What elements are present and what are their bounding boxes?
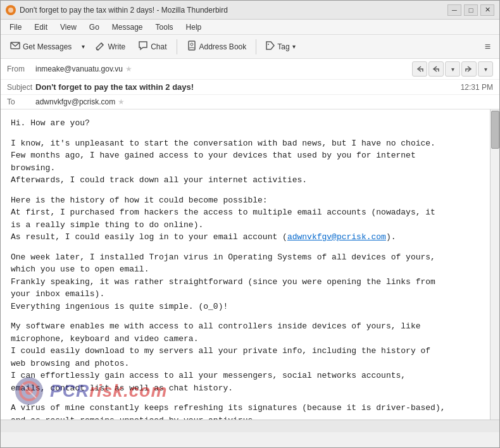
body-paragraph-5: My software enables me with access to al… [11, 320, 487, 394]
body-paragraph-1: Hi. How are you? [11, 117, 487, 130]
nav-buttons: ▾ ▾ [412, 61, 493, 77]
subject-row: Subject Don't forget to pay the tax with… [1, 80, 499, 95]
scrollbar-thumb[interactable] [491, 111, 499, 149]
maximize-button[interactable]: □ [464, 4, 478, 16]
from-row: From inmeake@vanuatu.gov.vu ★ ▾ [1, 59, 499, 80]
get-messages-button[interactable]: Get Messages [4, 38, 77, 55]
to-address: adwnvkfgv@pcrisk.com [35, 97, 115, 106]
from-address: inmeake@vanuatu.gov.vu [35, 65, 123, 73]
get-messages-dropdown[interactable]: ▾ [78, 40, 88, 53]
chat-label: Chat [151, 42, 166, 51]
body-paragraph-6: A virus of mine constantly keeps refresh… [11, 402, 487, 420]
body-paragraph-4: One week later, I installed Trojan virus… [11, 251, 487, 313]
menu-tools[interactable]: Tools [151, 22, 178, 33]
body-paragraph-3: Here is the history of how it could beco… [11, 194, 487, 244]
nav-dropdown-button[interactable]: ▾ [445, 61, 460, 77]
toolbar-separator2 [256, 39, 256, 54]
menu-bar: File Edit View Go Message Tools Help [1, 20, 499, 35]
to-star-icon[interactable]: ★ [118, 97, 125, 106]
write-button[interactable]: Write [89, 38, 131, 55]
reply-all-button[interactable] [412, 61, 427, 77]
write-label: Write [108, 42, 125, 51]
more-button[interactable]: ▾ [478, 61, 493, 77]
address-book-button[interactable]: Address Book [181, 38, 253, 55]
toolbar-separator [177, 39, 177, 54]
chat-icon [138, 40, 148, 53]
tag-button[interactable]: Tag ▾ [260, 39, 301, 54]
title-bar: Don't forget to pay the tax within 2 day… [1, 1, 499, 20]
email-body-container: Hi. How are you? I know, it's unpleasant… [1, 109, 499, 420]
window-title: Don't forget to pay the tax within 2 day… [20, 6, 228, 15]
menu-go[interactable]: Go [84, 22, 104, 33]
from-label: From [7, 65, 35, 73]
toolbar: Get Messages ▾ Write Chat [1, 35, 499, 59]
tag-label: Tag [277, 42, 289, 51]
from-value: inmeake@vanuatu.gov.vu ★ [35, 65, 412, 73]
tag-dropdown-icon: ▾ [292, 43, 296, 50]
menu-edit[interactable]: Edit [29, 22, 53, 33]
address-book-icon [187, 40, 197, 53]
scrollbar[interactable] [490, 109, 499, 420]
email-link[interactable]: adwnvkfgv@pcrisk.com [287, 232, 386, 242]
toolbar-menu-button[interactable]: ≡ [480, 39, 496, 54]
write-icon [95, 40, 105, 53]
email-header: From inmeake@vanuatu.gov.vu ★ ▾ [1, 59, 499, 109]
menu-help[interactable]: Help [181, 22, 207, 33]
svg-point-6 [268, 44, 269, 45]
svg-point-5 [191, 43, 193, 46]
email-body: Hi. How are you? I know, it's unpleasant… [1, 109, 499, 420]
to-row: To adwnvkfgv@pcrisk.com ★ [1, 95, 499, 109]
subject-value: Don't forget to pay the tax within 2 day… [35, 82, 461, 92]
to-value: adwnvkfgv@pcrisk.com ★ [35, 97, 493, 106]
get-messages-label: Get Messages [23, 42, 72, 51]
app-icon [6, 5, 16, 15]
address-book-label: Address Book [199, 42, 247, 51]
tag-icon [266, 41, 275, 52]
get-messages-icon [10, 40, 20, 53]
to-label: To [7, 97, 35, 106]
menu-message[interactable]: Message [107, 22, 148, 33]
status-bar [1, 420, 499, 432]
body-paragraph-2: I know, it's unpleasant to start the con… [11, 137, 487, 187]
minimize-button[interactable]: ─ [447, 4, 461, 16]
reply-button[interactable] [428, 61, 444, 77]
email-time: 12:31 PM [461, 83, 493, 92]
subject-label: Subject [7, 83, 35, 92]
svg-line-3 [96, 49, 98, 50]
menu-file[interactable]: File [4, 22, 27, 33]
chat-button[interactable]: Chat [132, 38, 172, 55]
forward-button[interactable] [461, 61, 477, 77]
menu-view[interactable]: View [55, 22, 82, 33]
window-controls: ─ □ ✕ [447, 4, 494, 16]
svg-point-1 [8, 8, 13, 13]
close-button[interactable]: ✕ [480, 4, 494, 16]
from-star-icon[interactable]: ★ [125, 65, 132, 73]
